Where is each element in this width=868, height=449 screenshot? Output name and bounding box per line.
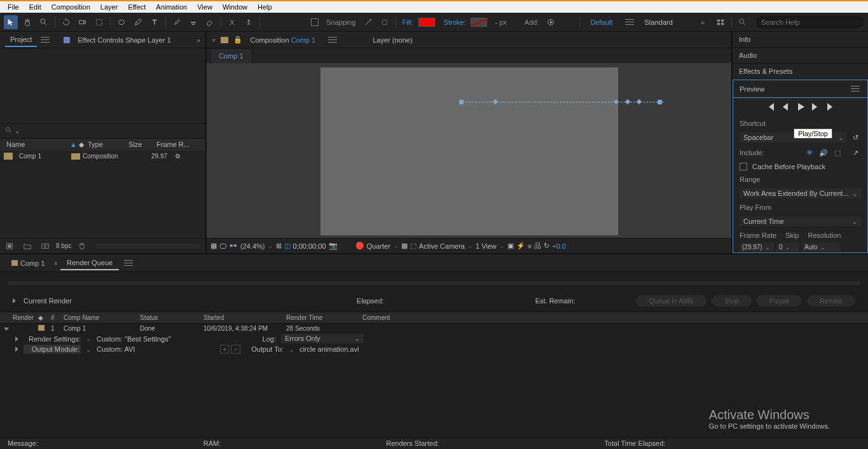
keyframe-handle[interactable] <box>658 100 662 104</box>
fast-preview-icon[interactable]: ⚡ <box>516 242 525 250</box>
keyframe[interactable] <box>636 99 641 104</box>
overlay-icon[interactable]: ⬚ <box>832 148 843 158</box>
zoom-level[interactable]: (24.4%) <box>240 242 265 250</box>
reset-icon[interactable]: ↺ <box>850 132 861 142</box>
menu-edit[interactable]: Edit <box>24 2 46 12</box>
new-comp-icon[interactable] <box>38 239 52 253</box>
expand-toggle[interactable] <box>13 298 16 303</box>
fill-label[interactable]: Fill: <box>403 18 413 26</box>
loop-icon[interactable]: ↗ <box>850 148 861 158</box>
snapshot-icon[interactable]: 📷 <box>329 242 338 250</box>
next-frame-button[interactable] <box>811 103 820 112</box>
rotation-tool[interactable] <box>59 15 73 29</box>
3d-icon[interactable]: ⬚ <box>410 242 417 250</box>
trash-icon[interactable] <box>75 239 89 253</box>
snap-opt2-icon[interactable] <box>378 15 392 29</box>
keyframe-handle[interactable] <box>459 100 464 104</box>
project-item-comp1[interactable]: Comp 1 Composition 29.97 ⚙ <box>0 151 205 162</box>
output-module-value[interactable]: Custom: AVI <box>97 345 217 353</box>
resolution-icon[interactable]: ⊞ <box>276 242 282 250</box>
queue-ame-button[interactable]: Queue in AME <box>636 295 706 307</box>
video-icon[interactable]: 👁 <box>804 148 815 158</box>
interpret-icon[interactable] <box>3 239 17 253</box>
keyframe[interactable] <box>624 99 630 104</box>
pen-tool[interactable] <box>131 15 145 29</box>
composition-tab-label[interactable]: Composition Comp 1 <box>245 34 320 46</box>
render-queue-tab[interactable]: Render Queue <box>60 256 119 270</box>
audio-icon[interactable]: 🔊 <box>818 148 829 158</box>
folder-icon[interactable] <box>20 239 34 253</box>
views-select[interactable]: 1 View <box>476 242 497 250</box>
flowchart-icon[interactable]: 品 <box>534 241 541 251</box>
snap-opt1-icon[interactable] <box>361 15 375 29</box>
project-tab[interactable]: Project <box>5 33 37 47</box>
info-panel-header[interactable]: Info <box>733 32 868 48</box>
monitor-icon[interactable]: 🖵 <box>219 242 226 250</box>
col-frame[interactable]: Frame R... <box>154 141 192 149</box>
comp-breadcrumb[interactable]: Comp 1 <box>212 50 251 62</box>
motion-path[interactable] <box>462 102 664 103</box>
expand-toggle[interactable] <box>15 347 18 352</box>
stroke-width[interactable]: - px <box>495 18 506 26</box>
camera-tool[interactable] <box>76 15 90 29</box>
text-tool[interactable] <box>148 15 162 29</box>
col-compname[interactable]: Comp Name <box>64 314 140 321</box>
pixel-aspect-icon[interactable]: ▣ <box>507 242 514 250</box>
col-render[interactable]: Render <box>0 314 38 321</box>
eraser-tool[interactable] <box>203 15 217 29</box>
camera-select[interactable]: Active Camera <box>419 242 465 250</box>
fill-color-swatch[interactable] <box>418 18 435 27</box>
brush-tool[interactable] <box>170 15 184 29</box>
bpc-label[interactable]: 8 bpc <box>56 242 71 249</box>
flowchart-icon[interactable]: ⚙ <box>172 153 183 160</box>
col-comment[interactable]: Comment <box>362 314 390 321</box>
timeline-icon[interactable]: ≡ <box>528 242 532 250</box>
overflow-icon[interactable]: » <box>701 18 705 26</box>
menu-composition[interactable]: Composition <box>46 2 95 12</box>
timeline-comp-tab[interactable]: Comp 1 <box>5 257 52 270</box>
panel-grid-icon[interactable] <box>713 15 727 29</box>
render-settings-value[interactable]: Custom: "Best Settings" <box>97 335 243 343</box>
col-rendertime[interactable]: Render Time <box>286 314 362 321</box>
add-output-icon[interactable]: + <box>220 345 229 354</box>
expand-toggle[interactable] <box>15 336 18 342</box>
selection-tool[interactable] <box>4 15 18 29</box>
stroke-color-swatch[interactable] <box>471 18 487 27</box>
overflow-icon[interactable]: » <box>196 36 200 44</box>
close-tab-icon[interactable]: × <box>54 259 58 267</box>
menu-help[interactable]: Help <box>252 2 277 12</box>
render-item-1[interactable]: 1 Comp 1 Done 10/6/2019, 4:38:24 PM 28 S… <box>0 324 868 333</box>
output-to-value[interactable]: circle animation.avi <box>300 345 359 353</box>
pause-button[interactable]: Pause <box>757 295 802 307</box>
workspace-default[interactable]: Default <box>584 17 619 27</box>
search-help-input[interactable] <box>761 18 859 26</box>
remove-output-icon[interactable]: − <box>231 345 240 354</box>
close-tab-icon[interactable]: × <box>212 36 216 44</box>
menu-file[interactable]: File <box>3 2 24 12</box>
log-select[interactable]: Errors Only⌄ <box>281 334 364 343</box>
rect-tool[interactable] <box>114 15 128 29</box>
skip-select[interactable]: 0 <box>776 243 799 251</box>
roto-tool[interactable] <box>225 15 239 29</box>
hand-tool[interactable] <box>20 15 34 29</box>
keyframe-handle[interactable] <box>614 100 618 104</box>
clone-tool[interactable] <box>186 15 200 29</box>
timecode[interactable]: 0;00;00;00 <box>293 242 326 250</box>
prev-frame-button[interactable] <box>782 103 790 112</box>
menu-effect[interactable]: Effect <box>123 2 151 12</box>
effect-controls-tab[interactable]: Effect Controls Shape Layer 1 <box>72 34 176 46</box>
keyframe[interactable] <box>492 99 497 104</box>
col-status[interactable]: Status <box>140 314 203 321</box>
tag-icon[interactable]: ◆ <box>76 141 85 149</box>
menu-animation[interactable]: Animation <box>151 2 192 12</box>
col-num[interactable]: # <box>51 314 64 321</box>
lock-icon[interactable]: 🔒 <box>233 36 242 44</box>
audio-panel-header[interactable]: Audio <box>733 48 868 64</box>
render-button[interactable]: Render <box>807 295 855 307</box>
col-size[interactable]: Size <box>126 141 154 149</box>
menu-window[interactable]: Window <box>217 2 252 12</box>
add-button[interactable] <box>544 15 558 29</box>
snapping-checkbox[interactable] <box>311 18 319 26</box>
panel-menu-icon[interactable] <box>124 259 134 267</box>
zoom-tool[interactable] <box>37 15 51 29</box>
